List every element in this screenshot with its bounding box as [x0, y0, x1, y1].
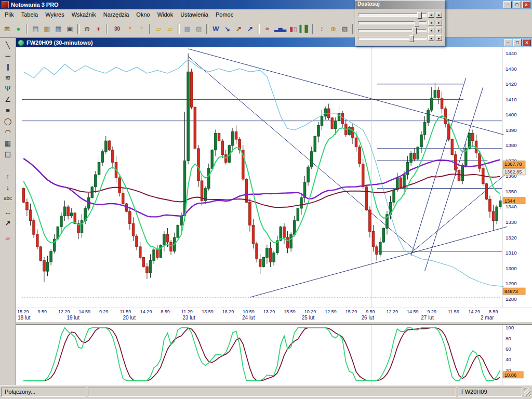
titlebar[interactable]: Notowania 3 PRO −□×: [0, 0, 532, 9]
toolbar-chart-preview-button[interactable]: ▧: [339, 23, 350, 34]
slider-decrement-button[interactable]: ◂: [428, 35, 434, 41]
toolbar-zoom-in-yellow-button[interactable]: ⊕: [328, 23, 339, 34]
palette-fibonacci-tool[interactable]: ≡: [2, 105, 14, 116]
palette-grid-tool[interactable]: ▦: [2, 138, 14, 149]
menu-ustawienia[interactable]: Ustawienia: [177, 10, 212, 19]
menu-wykres[interactable]: Wykres: [42, 10, 68, 19]
menu-pomoc[interactable]: Pomoc: [212, 10, 237, 19]
window-close-button[interactable]: ×: [522, 1, 530, 8]
menu-okno[interactable]: Okno: [132, 10, 153, 19]
price-chart[interactable]: 1440143014201410140013901380137013601350…: [16, 47, 532, 308]
volume-label: 84873: [503, 288, 525, 295]
slider-thumb[interactable]: [417, 12, 422, 19]
toolbar-chart-area-button[interactable]: ▩: [182, 23, 193, 34]
date-label: 25 lut: [302, 315, 314, 321]
slider-increment-button[interactable]: ▸: [436, 20, 442, 25]
chart-window-maximize-button[interactable]: □: [513, 39, 522, 46]
window-controls: −□×: [503, 1, 530, 8]
dialog-slider-1[interactable]: ◂▸: [358, 12, 442, 18]
toolbar-chart-grid-button[interactable]: ▨: [193, 23, 204, 34]
palette-ruler-tool[interactable]: ▤: [2, 149, 14, 159]
oscillator-panel[interactable]: 1008060402010.86: [16, 325, 532, 385]
toolbar-bars-chart-button[interactable]: ▂▅▃: [273, 23, 287, 34]
chart-window-close-button[interactable]: ×: [523, 39, 531, 46]
chart-window-titlebar[interactable]: FW20H09 (30-minutowo) −□×: [16, 38, 532, 47]
svg-text:1367.78: 1367.78: [504, 162, 522, 167]
toolbar-new-chart-button[interactable]: ●: [13, 23, 24, 34]
slider-track[interactable]: [358, 37, 427, 40]
toolbar-flag-yellow-button[interactable]: ▱: [153, 23, 164, 34]
menu-narzędzia[interactable]: Narzędzia: [100, 10, 133, 19]
resize-grip[interactable]: [524, 388, 531, 396]
toolbar-tile-windows-button[interactable]: ⊞: [2, 23, 12, 34]
palette-horizontal-line-tool[interactable]: ─: [2, 50, 14, 61]
toolbar-star-orange-button[interactable]: *: [125, 23, 136, 34]
toolbar-save-workspace-button[interactable]: ▦: [53, 23, 64, 34]
menu-widok[interactable]: Widok: [154, 10, 177, 19]
time-label: 9:59: [366, 309, 375, 314]
slider-decrement-button[interactable]: ◂: [428, 12, 434, 18]
dostosuj-dialog: Dostosuj ◂▸◂▸◂▸◂▸: [355, 0, 445, 46]
slider-decrement-button[interactable]: ◂: [428, 28, 434, 33]
toolbar-zigzag-button[interactable]: ≈: [262, 23, 273, 34]
menu-wskaźnik[interactable]: Wskaźnik: [68, 10, 100, 19]
toolbar-arrow-se-blue-button[interactable]: ↘: [222, 23, 233, 34]
dialog-slider-4[interactable]: ◂▸: [358, 35, 442, 41]
toolbar-print-button[interactable]: ▣: [64, 23, 75, 34]
dialog-slider-2[interactable]: ◂▸: [358, 20, 442, 25]
dialog-titlebar[interactable]: Dostosuj: [355, 1, 445, 9]
time-label: 11:59: [119, 309, 131, 314]
dialog-slider-3[interactable]: ◂▸: [358, 28, 442, 33]
palette-pointer-tool[interactable]: ↗: [2, 218, 14, 229]
date-label: 20 lut: [123, 315, 136, 321]
slider-thumb[interactable]: [409, 35, 414, 42]
toolbar-quote-table-button[interactable]: ▤: [30, 23, 41, 34]
palette-channel-tool[interactable]: ≋: [2, 72, 14, 83]
palette-double-arrow-tool[interactable]: ↔: [2, 207, 14, 218]
window-minimize-button[interactable]: −: [503, 1, 512, 8]
menu-plik[interactable]: Plik: [1, 10, 18, 19]
palette-arrow-down-marker[interactable]: ↓: [2, 182, 14, 193]
palette-text-tool[interactable]: abc: [2, 193, 14, 204]
active-instrument: FW20H09: [458, 388, 522, 397]
chart-window-controls: −□×: [504, 39, 531, 46]
toolbar-volume-bars-button[interactable]: ▍▋: [299, 23, 310, 34]
toolbar-separator: [352, 24, 354, 34]
slider-increment-button[interactable]: ▸: [436, 35, 442, 41]
toolbar-markers-dots-button[interactable]: :: [316, 23, 327, 34]
menu-tabela[interactable]: Tabela: [18, 10, 42, 19]
palette-angle-tool[interactable]: ∠: [2, 94, 14, 105]
toolbar-open-workspace-button[interactable]: ▥: [42, 23, 52, 34]
slider-track[interactable]: [358, 14, 427, 17]
toolbar-zoom-out-button[interactable]: ⊖: [82, 23, 92, 34]
palette-pitchfork-tool[interactable]: Ψ: [2, 83, 14, 94]
toolbar-candle-chart-button[interactable]: ▮▯: [288, 23, 299, 34]
dialog-body: ◂▸◂▸◂▸◂▸: [355, 9, 445, 46]
toolbar-flag-yellow-2-button[interactable]: ▱: [165, 23, 176, 34]
palette-arc-tool[interactable]: ◠: [2, 127, 14, 138]
toolbar-arrow-ne-blue-button[interactable]: ↗: [245, 23, 256, 34]
date-label: 23 lut: [182, 315, 195, 321]
window-maximize-button[interactable]: □: [513, 1, 521, 8]
palette-eraser-tool[interactable]: ▰: [2, 233, 14, 244]
toolbar-star-yellow-button[interactable]: *: [136, 23, 147, 34]
slider-track[interactable]: [358, 29, 427, 32]
slider-thumb[interactable]: [412, 28, 417, 34]
palette-arrow-up-marker[interactable]: ↑: [2, 171, 14, 182]
palette-trend-line-tool[interactable]: ╲: [2, 39, 14, 50]
toolbar-indicator-wizard-button[interactable]: W: [210, 23, 221, 34]
date-label: 27 lut: [421, 315, 433, 321]
slider-thumb[interactable]: [415, 20, 419, 26]
toolbar-crosshair-button[interactable]: +: [93, 23, 104, 34]
slider-increment-button[interactable]: ▸: [436, 28, 442, 33]
svg-text:1430: 1430: [506, 66, 517, 72]
slider-decrement-button[interactable]: ◂: [428, 20, 434, 25]
toolbar-arrow-ne-red-button[interactable]: ↗: [233, 23, 244, 34]
chart-window-minimize-button[interactable]: −: [504, 39, 512, 46]
slider-increment-button[interactable]: ▸: [436, 12, 442, 18]
toolbar-interval-30-button[interactable]: 30: [110, 23, 124, 34]
toolbar-separator: [206, 24, 208, 34]
palette-parallel-lines-tool[interactable]: ∥: [2, 61, 14, 72]
slider-track[interactable]: [358, 21, 427, 24]
palette-ellipse-tool[interactable]: ◯: [2, 116, 14, 127]
